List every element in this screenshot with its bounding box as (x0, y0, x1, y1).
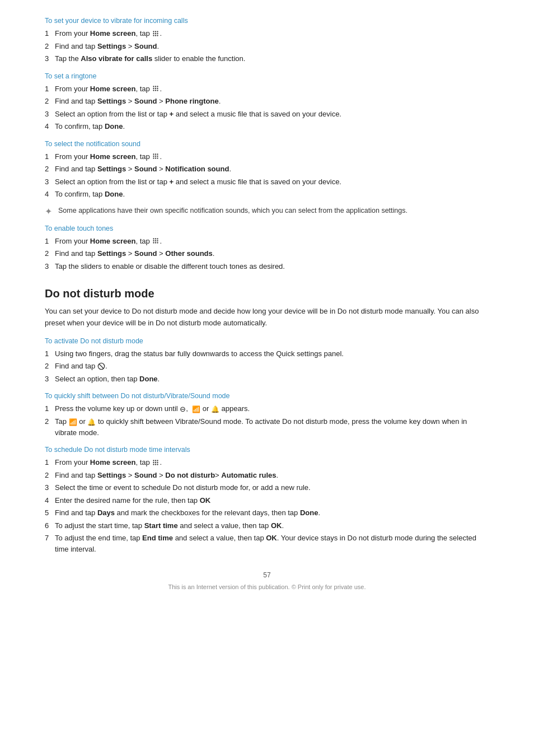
svg-point-22 (155, 156, 156, 157)
apps-icon (152, 85, 160, 92)
list-item: 3 Tap the Also vibrate for calls slider … (45, 53, 489, 64)
page-number: 57 (45, 571, 489, 579)
section-ringtone: To set a ringtone 1 From your Home scree… (45, 72, 489, 132)
svg-point-19 (155, 153, 156, 155)
heading-ringtone: To set a ringtone (45, 72, 489, 80)
list-item: 1 From your Home screen, tap . (45, 457, 489, 468)
section-vibrate: To set your device to vibrate for incomi… (45, 17, 489, 64)
list-item: 1 Using two fingers, drag the status bar… (45, 348, 489, 360)
list-item: 2 Find and tap Settings > Sound. (45, 41, 489, 52)
svg-point-42 (155, 462, 156, 463)
list-item: 4 To confirm, tap Done. (45, 189, 489, 200)
svg-point-3 (153, 32, 154, 34)
list-item: 2 Find and tap Settings > Sound > Phone … (45, 96, 489, 107)
steps-notification-sound: 1 From your Home screen, tap . 2 Find an… (45, 151, 489, 200)
steps-schedule-dnd: 1 From your Home screen, tap . 2 Find an… (45, 457, 489, 554)
steps-vibrate: 1 From your Home screen, tap . 2 Find an… (45, 28, 489, 64)
svg-line-37 (99, 364, 104, 368)
vibrate-icon: 📶 (69, 417, 77, 427)
svg-point-23 (157, 156, 158, 157)
svg-point-14 (157, 88, 158, 89)
svg-point-8 (157, 35, 158, 36)
section-schedule-dnd: To schedule Do not disturb mode time int… (45, 446, 489, 554)
steps-shift-modes: 1 Press the volume key up or down until … (45, 403, 489, 438)
svg-point-38 (153, 460, 154, 461)
list-item: 4 Enter the desired name for the rule, t… (45, 495, 489, 506)
svg-point-39 (155, 460, 156, 461)
list-item: 1 From your Home screen, tap . (45, 236, 489, 247)
svg-point-18 (153, 153, 154, 155)
list-item: 4 To confirm, tap Done. (45, 121, 489, 132)
heading-activate-dnd: To activate Do not disturb mode (45, 337, 489, 345)
svg-point-46 (157, 464, 158, 465)
svg-point-27 (153, 238, 154, 239)
list-item: 1 From your Home screen, tap . (45, 83, 489, 95)
svg-point-41 (153, 462, 154, 463)
svg-point-26 (157, 157, 158, 158)
list-item: 3 Tap the sliders to enable or disable t… (45, 261, 489, 272)
list-item: 6 To adjust the start time, tap Start ti… (45, 520, 489, 531)
section-notification-sound: To select the notification sound 1 From … (45, 140, 489, 217)
list-item: 7 To adjust the end time, tap End time a… (45, 533, 489, 554)
svg-point-30 (153, 240, 154, 241)
svg-point-31 (155, 240, 156, 241)
svg-point-20 (157, 153, 158, 155)
heading-schedule-dnd: To schedule Do not disturb mode time int… (45, 446, 489, 454)
list-item: 1 Press the volume key up or down until … (45, 403, 489, 414)
sound-icon: 🔔 (87, 417, 96, 427)
svg-point-5 (157, 32, 158, 34)
heading-notification-sound: To select the notification sound (45, 140, 489, 148)
list-item: 3 Select the time or event to schedule D… (45, 482, 489, 493)
section-activate-dnd: To activate Do not disturb mode 1 Using … (45, 337, 489, 385)
svg-point-9 (153, 86, 154, 87)
tip-icon: ✦ (45, 206, 55, 217)
dnd-icon (97, 362, 105, 370)
svg-point-7 (155, 35, 156, 36)
list-item: 2 Find and tap Settings > Sound > Do not… (45, 470, 489, 481)
list-item: 1 From your Home screen, tap . (45, 28, 489, 39)
svg-point-10 (155, 86, 156, 87)
list-item: 2 Find and tap Settings > Sound > Notifi… (45, 164, 489, 175)
svg-point-4 (155, 32, 156, 34)
list-item: 3 Select an option from the list or tap … (45, 109, 489, 120)
footer-text: This is an Internet version of this publ… (45, 584, 489, 590)
list-item: 3 Select an option, then tap Done. (45, 374, 489, 385)
steps-touch-tones: 1 From your Home screen, tap . 2 Find an… (45, 236, 489, 272)
apps-icon (152, 152, 160, 160)
list-item: 5 Find and tap Days and mark the checkbo… (45, 507, 489, 519)
svg-point-29 (157, 238, 158, 239)
list-item: 2 Tap 📶 or 🔔 to quickly shift between Vi… (45, 416, 489, 438)
svg-point-13 (155, 88, 156, 89)
svg-point-25 (155, 157, 156, 158)
svg-point-2 (157, 31, 158, 32)
list-item: 2 Find and tap . (45, 361, 489, 372)
svg-point-1 (155, 31, 156, 32)
svg-point-32 (157, 240, 158, 241)
apps-icon (152, 237, 160, 245)
silent-icon: ⊖ (180, 404, 186, 415)
heading-vibrate: To set your device to vibrate for incomi… (45, 17, 489, 25)
svg-point-40 (157, 460, 158, 461)
section-touch-tones: To enable touch tones 1 From your Home s… (45, 225, 489, 272)
section-shift-modes: To quickly shift between Do not disturb/… (45, 392, 489, 438)
dnd-intro: You can set your device to Do not distur… (45, 306, 489, 329)
vibrate-icon: 📶 (192, 404, 200, 414)
svg-point-24 (153, 157, 154, 158)
svg-point-12 (153, 88, 154, 89)
tip-notification: ✦ Some applications have their own speci… (45, 206, 489, 217)
heading-touch-tones: To enable touch tones (45, 225, 489, 232)
section-do-not-disturb: Do not disturb mode You can set your dev… (45, 287, 489, 554)
svg-point-44 (153, 464, 154, 465)
steps-activate-dnd: 1 Using two fingers, drag the status bar… (45, 348, 489, 385)
svg-point-6 (153, 35, 154, 36)
sound-icon: 🔔 (211, 404, 219, 414)
steps-ringtone: 1 From your Home screen, tap . 2 Find an… (45, 83, 489, 132)
svg-point-16 (155, 90, 156, 91)
list-item: 1 From your Home screen, tap . (45, 151, 489, 162)
svg-point-35 (157, 242, 158, 243)
svg-point-43 (157, 462, 158, 463)
svg-point-15 (153, 90, 154, 91)
tip-text: Some applications have their own specifi… (58, 206, 407, 216)
heading-shift-modes: To quickly shift between Do not disturb/… (45, 392, 489, 400)
svg-point-34 (155, 242, 156, 243)
